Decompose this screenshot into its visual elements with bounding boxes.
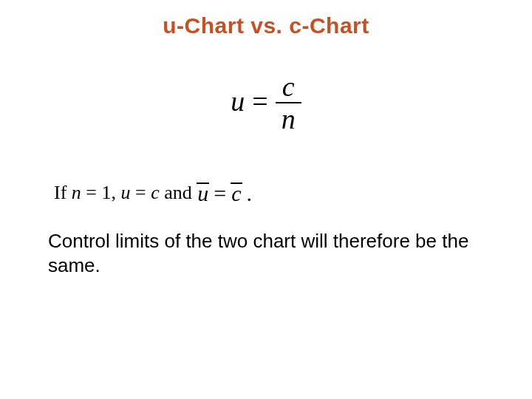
cond-if: If bbox=[54, 182, 72, 203]
formula-numerator: c bbox=[276, 72, 301, 102]
main-formula: u=cn bbox=[0, 74, 532, 134]
cond-and: and bbox=[160, 182, 197, 203]
condition-line: If n = 1, u = c and u=c. bbox=[54, 181, 256, 206]
bar-equation: u=c. bbox=[197, 181, 256, 206]
cond-n: n bbox=[72, 182, 81, 203]
cond-eq2: = bbox=[131, 182, 151, 203]
formula-denominator: n bbox=[276, 102, 301, 133]
cond-eq1: = 1, bbox=[81, 182, 121, 203]
formula-fraction: cn bbox=[276, 72, 301, 133]
slide-title: u-Chart vs. c-Chart bbox=[0, 13, 532, 38]
c-bar: c bbox=[231, 181, 242, 206]
formula-lhs: u bbox=[231, 86, 245, 117]
bar-period: . bbox=[242, 181, 257, 205]
cond-u: u bbox=[121, 182, 131, 203]
cond-c: c bbox=[151, 182, 160, 203]
bar-equals: = bbox=[209, 181, 231, 205]
formula-equals: = bbox=[245, 86, 275, 117]
u-bar: u bbox=[197, 181, 209, 206]
slide: u-Chart vs. c-Chart u=cn If n = 1, u = c… bbox=[0, 0, 532, 399]
conclusion-text: Control limits of the two chart will the… bbox=[48, 229, 484, 277]
